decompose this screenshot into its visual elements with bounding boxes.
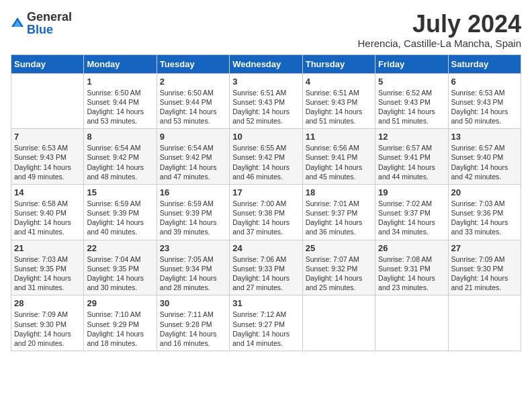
calendar-table: SundayMondayTuesdayWednesdayThursdayFrid… (11, 54, 521, 351)
week-row-5: 28Sunrise: 7:09 AM Sunset: 9:30 PM Dayli… (11, 295, 521, 351)
day-number: 20 (451, 187, 518, 197)
day-cell: 6Sunrise: 6:53 AM Sunset: 9:43 PM Daylig… (448, 73, 521, 129)
day-cell: 29Sunrise: 7:10 AM Sunset: 9:29 PM Dayli… (84, 295, 157, 351)
day-info: Sunrise: 7:06 AM Sunset: 9:33 PM Dayligh… (232, 255, 299, 293)
day-cell: 30Sunrise: 7:11 AM Sunset: 9:28 PM Dayli… (157, 295, 229, 351)
day-cell: 7Sunrise: 6:53 AM Sunset: 9:43 PM Daylig… (11, 129, 84, 185)
day-number: 7 (14, 132, 81, 142)
day-number: 16 (160, 187, 226, 197)
day-number: 19 (378, 187, 445, 197)
day-info: Sunrise: 7:12 AM Sunset: 9:27 PM Dayligh… (232, 310, 299, 348)
day-cell: 17Sunrise: 7:00 AM Sunset: 9:38 PM Dayli… (230, 184, 302, 240)
day-cell: 15Sunrise: 6:59 AM Sunset: 9:39 PM Dayli… (84, 184, 157, 240)
day-cell: 9Sunrise: 6:54 AM Sunset: 9:42 PM Daylig… (157, 129, 229, 185)
day-info: Sunrise: 7:05 AM Sunset: 9:34 PM Dayligh… (160, 255, 226, 293)
day-info: Sunrise: 6:54 AM Sunset: 9:42 PM Dayligh… (87, 143, 153, 181)
weekday-header-monday: Monday (84, 54, 157, 73)
weekday-header-saturday: Saturday (448, 54, 521, 73)
day-info: Sunrise: 7:03 AM Sunset: 9:35 PM Dayligh… (14, 255, 81, 293)
day-number: 2 (160, 77, 226, 87)
day-number: 23 (160, 243, 226, 253)
week-row-3: 14Sunrise: 6:58 AM Sunset: 9:40 PM Dayli… (11, 184, 521, 240)
day-number: 18 (306, 187, 372, 197)
day-number: 17 (232, 187, 299, 197)
day-info: Sunrise: 6:50 AM Sunset: 9:44 PM Dayligh… (87, 88, 153, 126)
day-cell: 14Sunrise: 6:58 AM Sunset: 9:40 PM Dayli… (11, 184, 84, 240)
day-cell: 28Sunrise: 7:09 AM Sunset: 9:30 PM Dayli… (11, 295, 84, 351)
day-cell: 4Sunrise: 6:51 AM Sunset: 9:43 PM Daylig… (302, 73, 375, 129)
day-number: 6 (451, 77, 518, 87)
day-number: 8 (87, 132, 153, 142)
day-cell: 25Sunrise: 7:07 AM Sunset: 9:32 PM Dayli… (302, 240, 375, 295)
day-cell: 24Sunrise: 7:06 AM Sunset: 9:33 PM Dayli… (230, 240, 302, 295)
day-cell: 31Sunrise: 7:12 AM Sunset: 9:27 PM Dayli… (230, 295, 302, 351)
day-info: Sunrise: 6:53 AM Sunset: 9:43 PM Dayligh… (14, 143, 81, 181)
day-number: 14 (14, 187, 81, 197)
day-cell: 1Sunrise: 6:50 AM Sunset: 9:44 PM Daylig… (84, 73, 157, 129)
day-info: Sunrise: 7:03 AM Sunset: 9:36 PM Dayligh… (451, 199, 518, 237)
day-info: Sunrise: 6:51 AM Sunset: 9:43 PM Dayligh… (232, 88, 299, 126)
day-info: Sunrise: 6:50 AM Sunset: 9:44 PM Dayligh… (160, 88, 226, 126)
day-number: 4 (306, 77, 372, 87)
day-number: 30 (160, 298, 226, 308)
day-info: Sunrise: 7:00 AM Sunset: 9:38 PM Dayligh… (232, 199, 299, 237)
logo-icon (11, 17, 24, 30)
day-info: Sunrise: 7:02 AM Sunset: 9:37 PM Dayligh… (378, 199, 445, 237)
day-cell (375, 295, 448, 351)
week-row-2: 7Sunrise: 6:53 AM Sunset: 9:43 PM Daylig… (11, 129, 521, 185)
day-cell: 26Sunrise: 7:08 AM Sunset: 9:31 PM Dayli… (375, 240, 448, 295)
day-cell: 12Sunrise: 6:57 AM Sunset: 9:41 PM Dayli… (375, 129, 448, 185)
day-number: 12 (378, 132, 445, 142)
logo-general: General (27, 10, 72, 24)
day-number: 25 (306, 243, 372, 253)
day-number: 1 (87, 77, 153, 87)
weekday-header-tuesday: Tuesday (157, 54, 229, 73)
day-cell: 2Sunrise: 6:50 AM Sunset: 9:44 PM Daylig… (157, 73, 229, 129)
day-info: Sunrise: 7:04 AM Sunset: 9:35 PM Dayligh… (87, 255, 153, 293)
day-cell: 16Sunrise: 6:59 AM Sunset: 9:39 PM Dayli… (157, 184, 229, 240)
day-info: Sunrise: 7:09 AM Sunset: 9:30 PM Dayligh… (451, 255, 518, 293)
week-row-4: 21Sunrise: 7:03 AM Sunset: 9:35 PM Dayli… (11, 240, 521, 295)
day-cell (11, 73, 84, 129)
title-area: July 2024 Herencia, Castille-La Mancha, … (358, 11, 521, 49)
day-number: 5 (378, 77, 445, 87)
day-info: Sunrise: 6:53 AM Sunset: 9:43 PM Dayligh… (451, 88, 518, 126)
day-info: Sunrise: 6:56 AM Sunset: 9:41 PM Dayligh… (306, 143, 372, 181)
day-cell: 18Sunrise: 7:01 AM Sunset: 9:37 PM Dayli… (302, 184, 375, 240)
day-number: 3 (232, 77, 299, 87)
header: General Blue July 2024 Herencia, Castill… (11, 11, 521, 49)
day-number: 27 (451, 243, 518, 253)
day-info: Sunrise: 6:57 AM Sunset: 9:40 PM Dayligh… (451, 143, 518, 181)
logo: General Blue (11, 11, 72, 36)
weekday-header-friday: Friday (375, 54, 448, 73)
day-number: 9 (160, 132, 226, 142)
day-number: 24 (232, 243, 299, 253)
day-info: Sunrise: 7:10 AM Sunset: 9:29 PM Dayligh… (87, 310, 153, 348)
day-number: 26 (378, 243, 445, 253)
day-info: Sunrise: 6:55 AM Sunset: 9:42 PM Dayligh… (232, 143, 299, 181)
day-info: Sunrise: 6:59 AM Sunset: 9:39 PM Dayligh… (160, 199, 226, 237)
day-info: Sunrise: 7:11 AM Sunset: 9:28 PM Dayligh… (160, 310, 226, 348)
day-cell: 27Sunrise: 7:09 AM Sunset: 9:30 PM Dayli… (448, 240, 521, 295)
day-cell: 22Sunrise: 7:04 AM Sunset: 9:35 PM Dayli… (84, 240, 157, 295)
day-cell: 13Sunrise: 6:57 AM Sunset: 9:40 PM Dayli… (448, 129, 521, 185)
day-info: Sunrise: 7:08 AM Sunset: 9:31 PM Dayligh… (378, 255, 445, 293)
day-info: Sunrise: 7:09 AM Sunset: 9:30 PM Dayligh… (14, 310, 81, 348)
day-number: 22 (87, 243, 153, 253)
weekday-header-row: SundayMondayTuesdayWednesdayThursdayFrid… (11, 54, 521, 73)
day-number: 11 (306, 132, 372, 142)
day-number: 13 (451, 132, 518, 142)
week-row-1: 1Sunrise: 6:50 AM Sunset: 9:44 PM Daylig… (11, 73, 521, 129)
day-number: 10 (232, 132, 299, 142)
day-number: 31 (232, 298, 299, 308)
day-cell (448, 295, 521, 351)
day-cell: 8Sunrise: 6:54 AM Sunset: 9:42 PM Daylig… (84, 129, 157, 185)
weekday-header-sunday: Sunday (11, 54, 84, 73)
logo-text: General Blue (27, 11, 72, 36)
day-info: Sunrise: 6:52 AM Sunset: 9:43 PM Dayligh… (378, 88, 445, 126)
day-cell: 10Sunrise: 6:55 AM Sunset: 9:42 PM Dayli… (230, 129, 302, 185)
day-cell: 21Sunrise: 7:03 AM Sunset: 9:35 PM Dayli… (11, 240, 84, 295)
location-title: Herencia, Castille-La Mancha, Spain (358, 38, 521, 49)
logo-blue: Blue (27, 23, 53, 36)
day-info: Sunrise: 6:58 AM Sunset: 9:40 PM Dayligh… (14, 199, 81, 237)
